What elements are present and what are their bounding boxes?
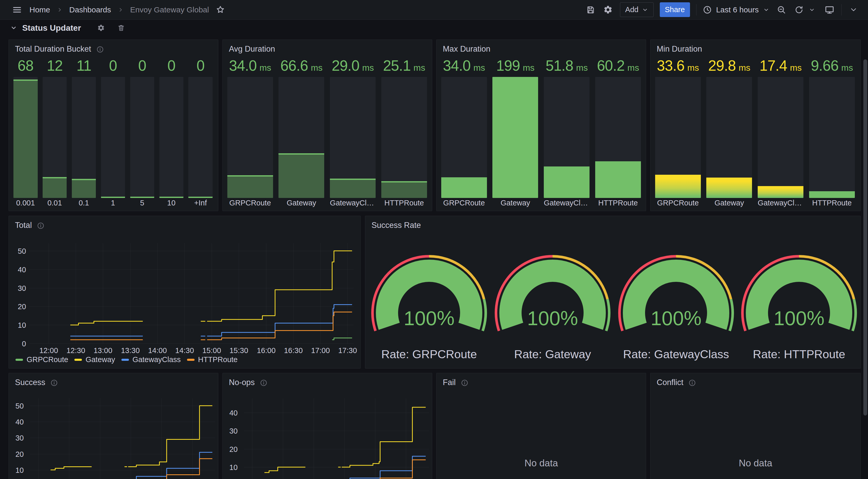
bar-track (809, 77, 855, 198)
legend-item[interactable]: HTTPRoute (187, 355, 238, 364)
svg-text:14:00: 14:00 (148, 346, 167, 354)
svg-text:50: 50 (16, 402, 24, 410)
top-nav: Home Dashboards Envoy Gateway Global Add… (0, 0, 868, 20)
panel-fail: Fail No data (436, 373, 646, 479)
bar-track (227, 77, 273, 198)
gauge: 100%Rate: GatewayClass (614, 234, 738, 369)
kiosk-mode-icon[interactable] (824, 4, 835, 15)
bar-category-label: 0.001 (13, 199, 38, 207)
bar-gauge-column: 33.6msGRPCRoute (655, 40, 701, 211)
breadcrumb-dashboards[interactable]: Dashboards (69, 5, 111, 14)
bar-gauge-column: 29.0msGatewayClass (330, 40, 376, 211)
bar-value: 12 (43, 57, 67, 74)
bar-category-label: HTTPRoute (809, 199, 855, 207)
info-icon[interactable] (461, 379, 468, 387)
legend-item[interactable]: GRPCRoute (16, 355, 68, 364)
svg-text:50: 50 (18, 247, 26, 255)
bar-value: 33.6ms (655, 57, 701, 74)
bar-gauge-column: 0+Inf (188, 40, 213, 211)
bar-track (381, 77, 427, 198)
svg-text:10: 10 (18, 321, 26, 329)
bar-gauge-column: 120.01 (43, 40, 67, 211)
no-data-message: No data (437, 458, 646, 469)
legend-series-color (74, 359, 82, 361)
star-icon[interactable] (215, 4, 226, 15)
svg-text:40: 40 (18, 266, 26, 274)
bar-track (278, 77, 324, 198)
bar-fill (655, 175, 701, 198)
bar-category-label: GatewayClass (758, 199, 803, 207)
scrollbar-thumb[interactable] (863, 59, 867, 415)
panel-max-duration: Max Duration 34.0msGRPCRoute199msGateway… (436, 39, 646, 211)
bar-gauge-column: 010 (159, 40, 184, 211)
gauge: 100%Rate: Gateway (491, 234, 615, 369)
collapse-nav-icon[interactable] (848, 4, 859, 15)
row-delete-icon[interactable] (117, 24, 125, 32)
legend-item[interactable]: Gateway (74, 355, 115, 364)
bar-category-label: GatewayClass (330, 199, 376, 207)
svg-text:17:00: 17:00 (311, 346, 330, 354)
bar-category-label: GRPCRoute (655, 199, 701, 207)
svg-text:15:30: 15:30 (229, 346, 248, 354)
bar-fill (706, 177, 752, 198)
bar-fill (809, 191, 855, 198)
svg-text:12:00: 12:00 (39, 346, 58, 354)
refresh-interval-dropdown[interactable] (806, 4, 817, 15)
refresh-icon[interactable] (793, 4, 805, 15)
svg-text:10: 10 (16, 466, 24, 474)
svg-text:16:00: 16:00 (257, 346, 276, 354)
bar-track (130, 77, 154, 198)
chart-legend: GRPCRouteGatewayGatewayClassHTTPRoute (16, 355, 238, 364)
bar-track (595, 77, 641, 198)
settings-icon[interactable] (602, 4, 614, 15)
panel-title: Success Rate (371, 221, 421, 230)
bar-gauge-column: 51.8msGatewayClass (544, 40, 590, 211)
bar-track (330, 77, 376, 198)
bar-gauge-column: 34.0msGRPCRoute (441, 40, 487, 211)
row-header[interactable]: Status Updater (10, 22, 125, 34)
svg-text:16:30: 16:30 (284, 346, 303, 354)
svg-text:20: 20 (16, 450, 24, 458)
time-picker[interactable]: Last 6 hours (703, 5, 770, 14)
bar-value: 60.2ms (595, 57, 641, 74)
menu-icon[interactable] (11, 4, 23, 15)
zoom-out-icon[interactable] (776, 4, 787, 15)
bar-category-label: HTTPRoute (595, 199, 641, 207)
legend-item[interactable]: GatewayClass (121, 355, 181, 364)
bar-value: 29.0ms (330, 57, 376, 74)
time-range-label: Last 6 hours (716, 5, 759, 14)
svg-text:13:30: 13:30 (121, 346, 140, 354)
share-button[interactable]: Share (660, 2, 690, 17)
bar-category-label: +Inf (188, 199, 213, 207)
svg-text:30: 30 (229, 427, 238, 435)
bar-track (188, 77, 213, 198)
panel-total: Total 0102030405012:0012:3013:0013:3014:… (8, 216, 361, 369)
legend-series-color (121, 359, 129, 361)
legend-series-color (187, 359, 194, 361)
svg-text:10: 10 (229, 463, 238, 472)
panel-total-duration-bucket: Total Duration Bucket 680.001120.01110.1… (8, 39, 218, 211)
chevron-down-icon (763, 6, 770, 13)
gauge-value: 100% (367, 307, 491, 330)
svg-text:40: 40 (229, 409, 238, 417)
add-button[interactable]: Add (620, 2, 654, 17)
svg-text:30: 30 (16, 434, 24, 442)
bar-track (706, 77, 752, 198)
bar-value: 199ms (492, 57, 538, 74)
bar-value: 0 (159, 57, 184, 74)
breadcrumb-home[interactable]: Home (29, 5, 50, 14)
bar-category-label: GatewayClass (544, 199, 590, 207)
bar-gauge-chart: 34.0msGRPCRoute199msGateway51.8msGateway… (437, 40, 646, 211)
time-series-chart: 0102030405012:0012:3013:0013:3014:0014:3… (9, 216, 361, 368)
bar-value: 29.8ms (706, 57, 752, 74)
info-icon[interactable] (688, 379, 696, 387)
bar-fill (130, 197, 154, 198)
row-settings-icon[interactable] (97, 24, 105, 32)
bar-value: 0 (101, 57, 125, 74)
bar-fill (227, 175, 273, 198)
bar-track (13, 77, 38, 198)
save-icon[interactable] (585, 4, 596, 15)
bar-track (101, 77, 125, 198)
bar-fill (595, 161, 641, 198)
row-title: Status Updater (22, 23, 81, 33)
